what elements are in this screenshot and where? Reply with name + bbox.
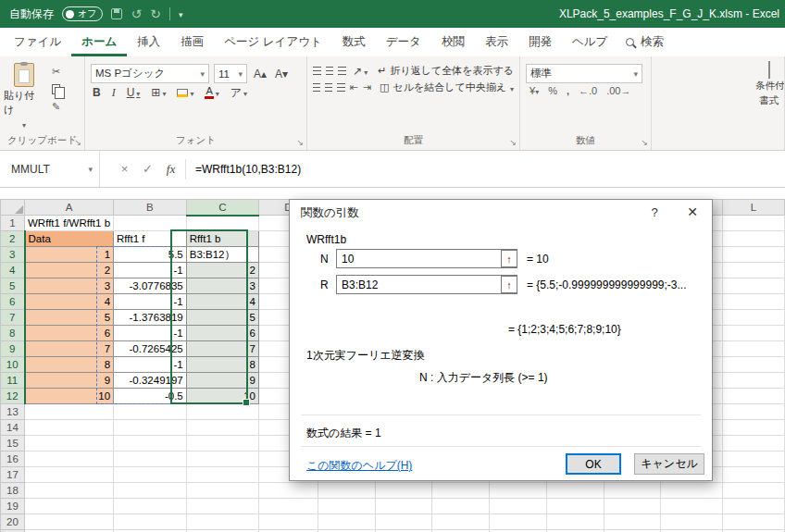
align-middle-icon[interactable] — [326, 67, 334, 76]
cell-C2[interactable]: Rfft1 b — [186, 231, 258, 247]
cell-A20[interactable] — [25, 514, 114, 530]
cell-A13[interactable] — [25, 404, 114, 420]
cell-A10[interactable]: 8 — [25, 357, 114, 373]
number-format-combo[interactable]: 標準 — [526, 64, 642, 83]
row-header-18[interactable]: 18 — [1, 483, 25, 499]
cell-D20[interactable] — [258, 514, 318, 530]
save-icon[interactable] — [111, 8, 122, 19]
cell-J19[interactable] — [604, 499, 661, 514]
row-header-15[interactable]: 15 — [1, 436, 25, 452]
col-header-C[interactable]: C — [186, 200, 258, 216]
row-header-14[interactable]: 14 — [1, 420, 25, 436]
cell-B4[interactable]: -1 — [114, 263, 187, 278]
cell-C18[interactable] — [186, 483, 258, 499]
arg-r-input[interactable] — [336, 275, 517, 294]
cell-B11[interactable]: -0.3249197 — [114, 373, 187, 389]
cell-H18[interactable] — [490, 483, 547, 499]
comma-style-icon[interactable]: , — [567, 86, 569, 96]
cell-A7[interactable]: 5 — [25, 310, 114, 326]
cell-B14[interactable] — [114, 420, 187, 436]
cell-B19[interactable] — [114, 499, 187, 514]
cell-L9[interactable] — [723, 341, 785, 357]
cell-B10[interactable]: -1 — [114, 357, 187, 373]
arg-n-range-picker-icon[interactable] — [501, 250, 517, 267]
ok-button[interactable]: OK — [566, 453, 621, 475]
row-header-19[interactable]: 19 — [1, 499, 25, 514]
cell-A16[interactable] — [25, 452, 114, 467]
cell-C19[interactable] — [186, 499, 258, 514]
cell-B17[interactable] — [114, 467, 187, 483]
cell-C16[interactable] — [186, 452, 258, 467]
cell-L2[interactable] — [723, 231, 785, 247]
cell-L19[interactable] — [723, 499, 785, 514]
tab-描画[interactable]: 描画 — [170, 28, 214, 56]
tab-ページ レイアウト[interactable]: ページ レイアウト — [214, 28, 332, 56]
row-header-10[interactable]: 10 — [1, 357, 25, 373]
arg-r-range-picker-icon[interactable] — [501, 276, 517, 293]
cell-B9[interactable]: -0.7265425 — [114, 341, 187, 357]
row-header-1[interactable]: 1 — [1, 216, 25, 231]
row-header-11[interactable]: 11 — [1, 373, 25, 389]
row-header-8[interactable]: 8 — [1, 326, 25, 341]
underline-button[interactable]: U — [125, 87, 143, 98]
cell-A8[interactable]: 6 — [25, 326, 114, 341]
cell-L3[interactable] — [723, 247, 785, 263]
cell-B3[interactable]: 5.5 — [114, 247, 187, 263]
cell-C8[interactable]: 6 — [186, 326, 258, 341]
cell-C9[interactable]: 7 — [186, 341, 258, 357]
cell-D19[interactable] — [258, 499, 318, 514]
cell-E18[interactable] — [318, 483, 375, 499]
row-header-16[interactable]: 16 — [1, 452, 25, 467]
cell-A18[interactable] — [25, 483, 114, 499]
cell-A3[interactable]: 1 — [25, 247, 114, 263]
enter-formula-icon[interactable]: ✓ — [136, 162, 159, 176]
fill-color-icon[interactable] — [175, 87, 195, 98]
increase-decimal-icon[interactable]: ←.0 — [579, 86, 597, 96]
row-header-2[interactable]: 2 — [1, 231, 25, 247]
cell-K19[interactable] — [661, 499, 723, 514]
font-name-combo[interactable]: MS Pゴシック — [91, 64, 209, 83]
increase-indent-icon[interactable]: ⇥ — [363, 82, 371, 93]
redo-icon[interactable]: ↻ — [150, 7, 161, 20]
cell-G19[interactable] — [432, 499, 490, 514]
cell-G18[interactable] — [432, 483, 490, 499]
font-dialog-launcher-icon[interactable] — [296, 138, 304, 147]
cell-L10[interactable] — [723, 357, 785, 373]
tab-表示[interactable]: 表示 — [475, 28, 518, 56]
cell-G20[interactable] — [432, 514, 490, 530]
cancel-button[interactable]: キャンセル — [634, 453, 704, 475]
col-header-L[interactable]: L — [723, 200, 785, 216]
row-header-20[interactable]: 20 — [1, 514, 25, 530]
align-bottom-icon[interactable] — [338, 67, 346, 76]
cut-icon[interactable]: ✂ — [52, 66, 60, 78]
cell-C20[interactable] — [186, 514, 258, 530]
tab-開発[interactable]: 開発 — [518, 28, 562, 56]
tab-ファイル[interactable]: ファイル — [4, 28, 71, 56]
cell-F18[interactable] — [375, 483, 432, 499]
cell-B1[interactable] — [114, 216, 187, 231]
cell-L11[interactable] — [723, 373, 785, 389]
row-header-3[interactable]: 3 — [1, 247, 25, 263]
cell-E20[interactable] — [318, 514, 375, 530]
arg-n-input[interactable] — [336, 249, 517, 268]
cell-C12[interactable]: 10 — [186, 389, 258, 404]
row-header-7[interactable]: 7 — [1, 310, 25, 326]
cell-L20[interactable] — [723, 514, 785, 530]
cell-C3[interactable]: B3:B12） — [186, 247, 258, 263]
cell-L1[interactable] — [723, 216, 785, 231]
phonetic-guide-icon[interactable]: ア — [229, 87, 249, 98]
cell-A11[interactable]: 9 — [25, 373, 114, 389]
function-help-link[interactable]: この関数のヘルプ(H) — [306, 458, 412, 474]
paste-button[interactable]: 貼り付け — [4, 63, 44, 130]
percent-style-icon[interactable]: % — [548, 86, 557, 96]
select-all-corner[interactable] — [1, 200, 25, 216]
dialog-help-icon[interactable]: ? — [645, 205, 664, 219]
cell-I18[interactable] — [547, 483, 604, 499]
formula-text[interactable]: =WRfft1b(10,B3:B12) — [189, 163, 301, 176]
cell-J18[interactable] — [604, 483, 661, 499]
tab-数式[interactable]: 数式 — [332, 28, 376, 56]
cell-B15[interactable] — [114, 436, 187, 452]
tab-ヘルプ[interactable]: ヘルプ — [562, 28, 617, 56]
row-header-4[interactable]: 4 — [1, 263, 25, 278]
cell-L12[interactable] — [723, 389, 785, 404]
